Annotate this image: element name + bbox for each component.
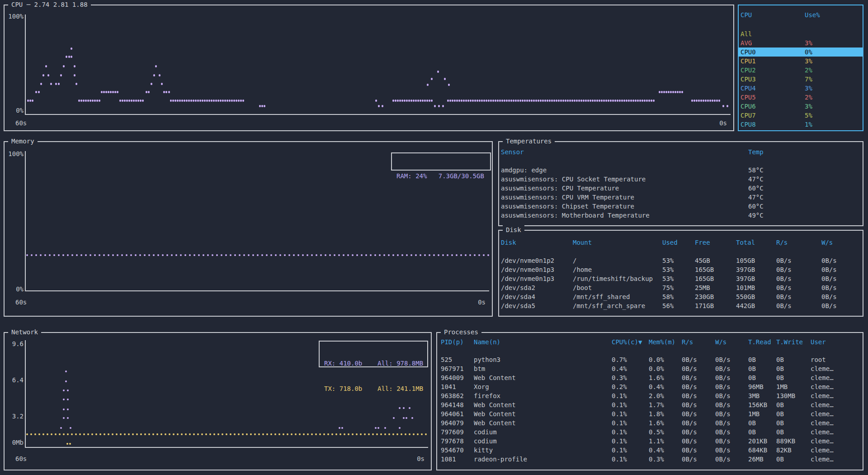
temperatures-panel[interactable]: Temperatures Sensor Temp amdgpu: edge58°…: [498, 141, 863, 226]
cell-pid: 967971: [441, 364, 474, 373]
disk-row[interactable]: /dev/sda4/mnt/sff_shared58%230GB550GB0B/…: [499, 292, 863, 301]
col-cpu[interactable]: CPU%(c)▼: [612, 337, 649, 347]
disk-panel[interactable]: Disk DiskMountUsedFreeTotalR/sW/s /dev/n…: [498, 230, 863, 317]
cpu-xtick-right: 0s: [719, 119, 727, 128]
temp-row[interactable]: asuswmisensors: CPU VRM Temperature47°C: [499, 193, 863, 202]
chart-dot: [569, 100, 571, 102]
disk-row[interactable]: /dev/sda2/boot75%25MB101MB0B/s0B/s: [499, 283, 863, 292]
cell-temp: 60°C: [748, 202, 863, 211]
process-row[interactable]: 963862firefox0.1%2.0%0B/s0B/s3MB130MBcle…: [437, 391, 863, 400]
disk-row[interactable]: /dev/nvme0n1p3/run/timeshift/backup53%16…: [499, 274, 863, 283]
cell-twrite: 0B: [776, 364, 811, 373]
cell-tread: 96MB: [748, 382, 776, 391]
panel-title-disk: Disk: [503, 225, 524, 234]
disk-row[interactable]: /dev/nvme0n1p3/home53%165GB397GB0B/s0B/s: [499, 265, 863, 274]
col-user[interactable]: User: [811, 337, 863, 347]
chart-dot: [148, 433, 150, 435]
temp-row[interactable]: asuswmisensors: CPU Temperature60°C: [499, 184, 863, 193]
chart-dot: [619, 100, 621, 102]
cell-user: cleme…: [811, 409, 863, 418]
cpu-row[interactable]: CPU52%: [739, 93, 863, 102]
temp-row[interactable]: asuswmisensors: Motherboard Temperature4…: [499, 211, 863, 220]
temp-row[interactable]: asuswmisensors: Chipset Temperature60°C: [499, 202, 863, 211]
chart-dot: [193, 254, 195, 256]
col-twrite[interactable]: T.Write: [776, 337, 811, 347]
chart-dot: [614, 100, 616, 102]
chart-dot: [531, 100, 533, 102]
chart-dot: [270, 254, 272, 256]
chart-dot: [460, 254, 462, 256]
chart-dot: [172, 100, 174, 102]
cell-pid: 1041: [441, 382, 474, 391]
cell-temp: 47°C: [748, 175, 863, 184]
memory-panel[interactable]: Memory 100% 0% 60s 0s RAM: 24% 7.3GB/30.…: [4, 141, 493, 317]
chart-dot: [67, 408, 69, 410]
chart-dot: [221, 254, 222, 256]
chart-dot: [261, 105, 263, 107]
chart-dot: [438, 105, 440, 107]
col-pid[interactable]: PID(p): [441, 337, 474, 347]
process-row[interactable]: 967971btm0.4%0.0%0B/s0B/s0B0Bcleme…: [437, 364, 863, 373]
process-row[interactable]: 954670kitty0.1%0.4%0B/s0B/s684KB82KBclem…: [437, 446, 863, 455]
cpu-row[interactable]: All: [739, 29, 863, 38]
chart-dot: [240, 100, 242, 102]
chart-dot: [378, 105, 380, 107]
cell-twrite: 0B: [776, 455, 811, 464]
disk-row[interactable]: /dev/nvme0n1p2/53%45GB105GB0B/s0B/s: [499, 256, 863, 265]
cpu-chart-panel[interactable]: CPU ─ 2.74 2.81 1.88 100% 0% 60s 0s: [4, 5, 734, 131]
process-row[interactable]: 1081radeon-profile0.1%0.3%0B/s0B/s26MB0B…: [437, 455, 863, 464]
processes-header-row[interactable]: PID(p)Name(n)CPU%(c)▼Mem%(m)R/sW/sT.Read…: [437, 337, 863, 347]
cpu-row[interactable]: CPU37%: [739, 75, 863, 84]
col-mem[interactable]: Mem%(m): [649, 337, 682, 347]
chart-dot: [213, 100, 215, 102]
cpu-row[interactable]: CPU22%: [739, 66, 863, 75]
process-row[interactable]: 1041Xorg0.2%0.4%0B/s0B/s96MB1MBcleme…: [437, 382, 863, 391]
chart-dot: [75, 433, 77, 435]
rx-legend-text: RX: 410.0b All: 978.8MB: [320, 358, 427, 369]
processes-panel[interactable]: Processes PID(p)Name(n)CPU%(c)▼Mem%(m)R/…: [436, 332, 863, 470]
chart-dot: [587, 100, 589, 102]
cpu-row[interactable]: CPU81%: [739, 120, 863, 129]
cell-cpu: 0.1%: [612, 418, 649, 428]
chart-dot: [522, 100, 524, 102]
process-row[interactable]: 797609codium0.1%0.5%0B/s0B/s0B0Bcleme…: [437, 428, 863, 437]
chart-dot: [58, 254, 60, 256]
temp-row[interactable]: amdgpu: edge58°C: [499, 166, 863, 175]
cpu-row[interactable]: CPU63%: [739, 102, 863, 111]
cpu-row[interactable]: CPU00%: [739, 48, 863, 57]
chart-dot: [65, 370, 67, 372]
cpu-row[interactable]: CPU13%: [739, 57, 863, 66]
network-panel[interactable]: Network 9.6 6.4 3.2 0Mb 60s 0s RX: 410.0…: [4, 332, 432, 470]
chart-dot: [565, 100, 566, 102]
chart-dot: [230, 433, 231, 435]
process-row[interactable]: 797678codium0.1%1.1%0B/s0B/s201KB889KBcl…: [437, 437, 863, 446]
process-row[interactable]: 525python30.7%0.0%0B/s0B/s0B0Broot: [437, 355, 863, 364]
chart-dot: [47, 433, 48, 435]
process-row[interactable]: 964061Web Content0.1%1.8%0B/s0B/s1MB0Bcl…: [437, 409, 863, 418]
chart-dot: [486, 100, 487, 102]
process-row[interactable]: 964079Web Content0.1%1.6%0B/s0B/s0B0Bcle…: [437, 418, 863, 428]
col-name[interactable]: Name(n): [474, 337, 612, 347]
temp-row[interactable]: asuswmisensors: CPU Socket Temperature47…: [499, 175, 863, 184]
cpu-row[interactable]: AVG3%: [739, 38, 863, 48]
ram-legend-text: RAM: 24% 7.3GB/30.5GB: [392, 168, 490, 184]
cell-rs: 0B/s: [682, 364, 715, 373]
col-rs[interactable]: R/s: [682, 337, 715, 347]
chart-dot: [415, 254, 417, 256]
cpu-row[interactable]: CPU43%: [739, 84, 863, 93]
chart-dot: [722, 105, 724, 107]
process-row[interactable]: 964148Web Content0.1%1.7%0B/s0B/s156KB0B…: [437, 400, 863, 409]
chart-dot: [186, 100, 188, 102]
cpu-row[interactable]: CPU75%: [739, 111, 863, 120]
cpu-legend-panel[interactable]: CPU Use% AllAVG3%CPU00%CPU13%CPU22%CPU37…: [738, 5, 863, 131]
col-tread[interactable]: T.Read: [748, 337, 776, 347]
chart-dot: [220, 100, 222, 102]
chart-dot: [675, 91, 676, 93]
chart-dot: [205, 433, 207, 435]
cell-twrite: 130MB: [776, 391, 811, 400]
disk-row[interactable]: /dev/sda5/mnt/sff_arch_spare56%171GB442G…: [499, 301, 863, 310]
process-row[interactable]: 964009Web Content0.3%1.6%0B/s0B/s0B0Bcle…: [437, 373, 863, 382]
col-ws[interactable]: W/s: [715, 337, 748, 347]
chart-dot: [483, 100, 485, 102]
chart-dot: [177, 433, 179, 435]
